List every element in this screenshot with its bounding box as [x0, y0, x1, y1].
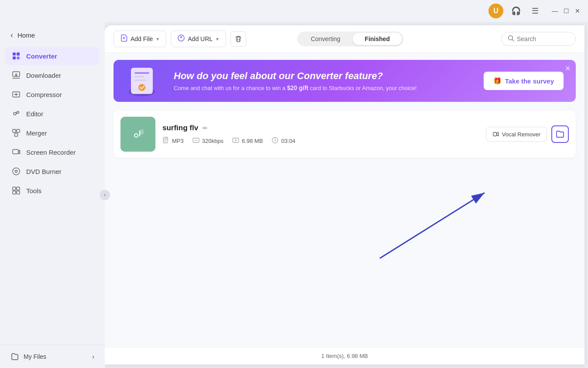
svg-rect-22	[134, 76, 144, 77]
tab-finished[interactable]: Finished	[353, 33, 402, 45]
my-files-arrow: ›	[92, 353, 94, 360]
file-size: 6.98 MB	[232, 137, 263, 145]
tools-icon	[11, 186, 21, 195]
banner-close-button[interactable]: ✕	[565, 64, 571, 73]
my-files-nav[interactable]: My Files ›	[0, 345, 105, 368]
vocal-remover-button[interactable]: Vocal Remover	[486, 127, 547, 142]
main-content: How do you feel about our Converter feat…	[105, 53, 585, 365]
sidebar-item-compressor[interactable]: Compressor	[5, 85, 100, 104]
dvd-burner-icon	[11, 167, 21, 176]
merger-icon	[11, 128, 21, 138]
screen-recorder-icon	[11, 147, 21, 157]
file-actions: Vocal Remover	[486, 125, 569, 143]
svg-rect-16	[17, 191, 20, 194]
banner-title: How do you feel about our Converter feat…	[174, 70, 416, 82]
bitrate-icon	[193, 137, 199, 145]
downloader-icon	[11, 70, 21, 80]
add-url-icon	[177, 34, 185, 44]
maximize-button[interactable]: ☐	[563, 7, 570, 14]
survey-banner: How do you feel about our Converter feat…	[113, 60, 576, 102]
file-bitrate: 320kbps	[193, 137, 224, 145]
compressor-icon	[11, 90, 21, 99]
user-avatar[interactable]: U	[488, 3, 503, 18]
sidebar-collapse-button[interactable]: ‹	[100, 190, 110, 200]
svg-rect-2	[17, 52, 20, 56]
svg-rect-13	[13, 187, 16, 190]
search-box	[501, 32, 576, 46]
table-row: surfing flv ✏	[113, 111, 576, 158]
size-value: 6.98 MB	[242, 138, 263, 144]
app-body: ‹ Home Converter	[0, 22, 588, 368]
add-url-button[interactable]: Add URL ▼	[171, 31, 226, 47]
sidebar-item-dvd-burner[interactable]: DVD Burner	[5, 162, 100, 181]
add-file-label: Add File	[131, 35, 153, 42]
sidebar: ‹ Home Converter	[0, 22, 105, 368]
file-name-row: surfing flv ✏	[162, 124, 479, 132]
editor-icon	[11, 109, 21, 118]
converter-icon	[11, 51, 21, 61]
svg-point-24	[138, 84, 145, 91]
sidebar-item-label-editor: Editor	[26, 110, 43, 118]
open-folder-button[interactable]	[551, 125, 569, 143]
size-icon	[232, 137, 239, 145]
banner-text: How do you feel about our Converter feat…	[174, 70, 416, 91]
add-url-label: Add URL	[188, 35, 213, 42]
toolbar: Add File ▼ Add URL ▼ Convert	[105, 25, 585, 53]
file-list: surfing flv ✏	[105, 107, 585, 347]
file-info: surfing flv ✏	[162, 124, 479, 145]
file-thumbnail	[120, 117, 155, 152]
svg-rect-14	[17, 187, 20, 190]
file-meta: MP3 320kbps	[162, 137, 479, 145]
sidebar-item-merger[interactable]: Merger	[5, 124, 100, 142]
delete-button[interactable]	[230, 31, 246, 47]
trash-icon	[234, 35, 242, 43]
svg-rect-15	[13, 191, 16, 194]
format-value: MP3	[172, 138, 184, 144]
sidebar-item-label-dvd-burner: DVD Burner	[26, 168, 62, 175]
add-file-icon	[120, 34, 128, 44]
sidebar-item-downloader[interactable]: Downloader	[5, 66, 100, 84]
tab-switcher: Converting Finished	[297, 31, 403, 46]
sidebar-nav: Converter Downloader	[0, 45, 105, 345]
duration-value: 03:04	[281, 138, 296, 144]
folder-icon	[556, 130, 564, 139]
search-input[interactable]	[517, 35, 569, 42]
main-panel: Add File ▼ Add URL ▼ Convert	[105, 25, 585, 365]
sidebar-item-converter[interactable]: Converter	[5, 47, 100, 65]
svg-point-6	[17, 111, 19, 114]
gift-icon: 🎁	[493, 77, 502, 85]
sidebar-item-tools[interactable]: Tools	[5, 181, 100, 200]
svg-point-12	[15, 170, 17, 173]
sidebar-item-label-downloader: Downloader	[26, 72, 61, 79]
add-file-button[interactable]: Add File ▼	[113, 31, 166, 47]
banner-illustration	[122, 61, 162, 101]
minimize-button[interactable]: —	[551, 7, 558, 14]
sidebar-item-label-screen-recorder: Screen Recorder	[26, 149, 76, 156]
file-edit-icon[interactable]: ✏	[203, 125, 208, 132]
bitrate-value: 320kbps	[202, 138, 224, 144]
sidebar-item-screen-recorder[interactable]: Screen Recorder	[5, 143, 100, 161]
home-nav-item[interactable]: ‹ Home	[0, 25, 105, 45]
banner-gift-text: $20 gift	[287, 84, 308, 91]
file-format: MP3	[162, 137, 184, 145]
headphone-icon[interactable]: 🎧	[509, 4, 523, 17]
menu-icon[interactable]: ☰	[529, 4, 542, 17]
svg-rect-21	[134, 72, 149, 74]
tab-converting[interactable]: Converting	[299, 33, 353, 45]
sidebar-item-editor[interactable]: Editor	[5, 104, 100, 123]
status-text: 1 Item(s), 6.98 MB	[321, 353, 368, 359]
duration-icon	[272, 137, 279, 145]
home-label: Home	[17, 31, 35, 39]
svg-rect-10	[13, 149, 18, 154]
take-survey-button[interactable]: 🎁 Take the survey	[484, 72, 564, 90]
file-duration: 03:04	[272, 137, 296, 145]
titlebar: U 🎧 ☰ — ☐ ✕	[0, 0, 588, 22]
close-button[interactable]: ✕	[574, 7, 581, 14]
banner-subtitle: Come and chat with us for a chance to wi…	[174, 84, 416, 91]
svg-rect-30	[493, 132, 497, 136]
svg-rect-7	[13, 129, 16, 132]
sidebar-item-label-tools: Tools	[26, 187, 41, 194]
search-icon	[508, 35, 514, 43]
svg-rect-26	[166, 137, 168, 139]
svg-point-11	[13, 168, 20, 175]
